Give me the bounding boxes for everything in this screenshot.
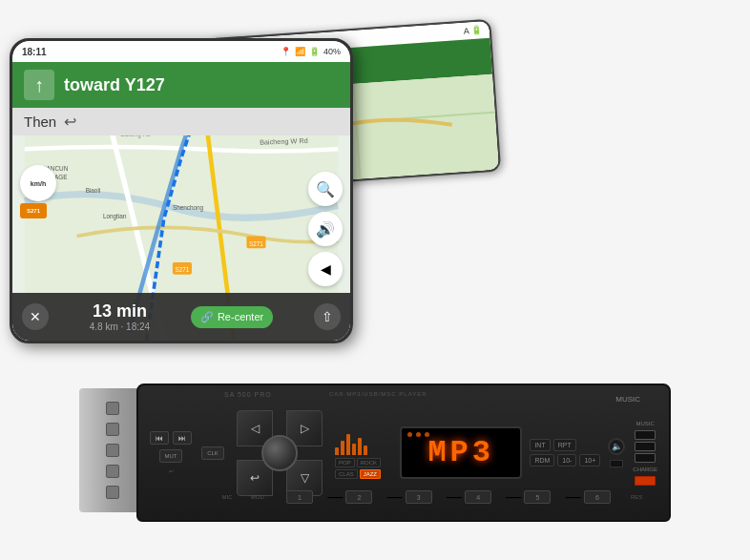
x-center-knob[interactable] (261, 435, 298, 471)
svg-text:S271: S271 (175, 266, 189, 273)
eq-bar-1 (335, 447, 339, 455)
phone-screen: Baicheng W Rd Baiteng Rd SANYAUN XIABIAN… (12, 41, 350, 341)
speed-unit: km/h (31, 180, 46, 187)
direction-bar: ↑ toward Y127 (12, 62, 350, 108)
next-button[interactable]: ⏭ (173, 431, 192, 445)
rdm-button[interactable]: RDM (530, 454, 554, 467)
back-label: ↩ (169, 467, 174, 474)
direction-label: toward Y127 (64, 75, 165, 95)
prev-button[interactable]: ⏮ (150, 431, 169, 445)
status-bar: 18:11 📍 📶 🔋 40% (12, 41, 350, 62)
eq-bar-6 (364, 446, 367, 455)
distance-time: 4.8 km · 18:24 (90, 321, 150, 332)
road-badge-s271-left: S271 (20, 203, 47, 218)
led-display: MP3 (400, 426, 522, 479)
right-icons: 🔈 (608, 438, 625, 467)
jazz-button[interactable]: JAZZ (360, 469, 381, 479)
usb-port-1[interactable] (635, 430, 656, 440)
x-button-area: ◁ ▷ ↩ ▽ (232, 405, 327, 501)
usb-port-2[interactable] (635, 442, 656, 451)
status-right-icons: 📍 📶 🔋 40% (281, 47, 341, 56)
main-scene: 18:11 A 🔋 ↑ toward Y127 (0, 0, 750, 560)
divider3: — (447, 488, 450, 506)
bracket-hole-3 (106, 444, 119, 457)
bracket-hole-1 (106, 402, 119, 415)
preset-4[interactable]: 4 (465, 490, 491, 504)
bracket-hole-5 (106, 486, 119, 499)
clk-button[interactable]: CLK (201, 446, 224, 460)
divider5: — (566, 488, 570, 506)
recenter-icon: 🔗 (200, 311, 214, 323)
search-map-button[interactable]: 🔍 (308, 172, 343, 206)
eq-bar-5 (358, 438, 362, 455)
status-time: 18:11 (22, 47, 47, 57)
led-dot-1 (407, 432, 412, 437)
minus10-button[interactable]: 10- (557, 454, 576, 467)
int-rpt-row: INT RPT (530, 439, 600, 451)
led-display-text: MP3 (427, 435, 494, 470)
svg-text:Biaoli: Biaoli (86, 187, 101, 194)
left-controls: ⏮ ⏭ MUT ↩ (150, 431, 192, 474)
preset-2[interactable]: 2 (345, 490, 372, 504)
divider2: — (387, 488, 391, 506)
battery-icon: 🔋 (309, 47, 320, 56)
nav-header: ↑ toward Y127 Then ↩ (12, 62, 350, 135)
preset-3[interactable]: 3 (406, 490, 432, 504)
led-dot-2 (416, 432, 421, 437)
speed-indicator: km/h (20, 165, 56, 201)
phone-front: Baicheng W Rd Baiteng Rd SANYAUN XIABIAN… (10, 38, 353, 343)
charge-port-label: CHARGE (633, 467, 657, 472)
map-controls-right: 🔍 🔊 ◀ (308, 172, 343, 286)
navigate-map-button[interactable]: ◀ (308, 252, 343, 286)
bracket-hole-4 (106, 465, 119, 478)
clas-button[interactable]: CLAS (335, 469, 358, 479)
back-phone-signal: A 🔋 (464, 25, 483, 35)
led-dot-3 (425, 432, 429, 437)
divider: — (327, 488, 331, 506)
usb-ports-group (635, 430, 656, 463)
skip-buttons: ⏮ ⏭ (150, 431, 192, 445)
led-indicators (407, 432, 429, 437)
volume-map-button[interactable]: 🔊 (308, 212, 343, 246)
rock-button[interactable]: ROCK (357, 458, 381, 467)
svg-text:S271: S271 (249, 240, 263, 247)
direction-arrow-icon: ↑ (24, 70, 54, 100)
mic-label: MIC (222, 494, 233, 500)
mod-label: MOD (251, 494, 264, 500)
recenter-label: Re-center (218, 311, 263, 322)
bracket-hole-2 (106, 423, 119, 436)
divider4: — (506, 488, 510, 506)
preset-1[interactable]: 1 (286, 490, 313, 504)
then-turn-icon: ↩ (64, 113, 76, 131)
mute-button[interactable]: MUT (159, 449, 182, 463)
eq-bar-4 (352, 444, 356, 455)
nav-time-info: 13 min 4.8 km · 18:24 (90, 301, 150, 332)
rpt-button[interactable]: RPT (553, 439, 576, 451)
gps-icon: 📍 (281, 47, 291, 56)
plus10-button[interactable]: 10+ (579, 454, 600, 467)
share-button[interactable]: ⇧ (314, 303, 341, 330)
nav-close-button[interactable]: ✕ (22, 303, 49, 330)
svg-text:Longtian: Longtian (103, 213, 127, 220)
recenter-button[interactable]: 🔗 Re-center (191, 306, 273, 328)
mode-buttons-row: POP ROCK CLAS JAZZ (335, 458, 392, 479)
eq-bar-2 (341, 441, 344, 455)
int-button[interactable]: INT (530, 439, 550, 451)
res-label: RES (631, 494, 642, 500)
usb-port-3[interactable] (635, 453, 656, 463)
eq-bar-3 (346, 434, 350, 455)
preset-5[interactable]: 5 (524, 490, 551, 504)
svg-text:Baicheng W Rd: Baicheng W Rd (260, 136, 308, 147)
playback-controls: INT RPT RDM 10- 10+ (530, 439, 600, 467)
preset-buttons-row: MIC MOD 1 — 2 — 3 — 4 — 5 — 6 RES (215, 488, 650, 506)
speaker-icon: 🔈 (608, 438, 625, 455)
pop-button[interactable]: POP (335, 458, 355, 467)
preset-6[interactable]: 6 (584, 490, 611, 504)
clk-group: CLK (201, 446, 224, 460)
rdm-10-row: RDM 10- 10+ (530, 454, 600, 467)
then-bar: Then ↩ (12, 108, 350, 135)
eq-controls: POP ROCK CLAS JAZZ (335, 426, 392, 479)
charge-port[interactable] (635, 476, 656, 486)
music-port-label: MUSIC (635, 421, 654, 426)
then-text: Then (24, 114, 56, 130)
